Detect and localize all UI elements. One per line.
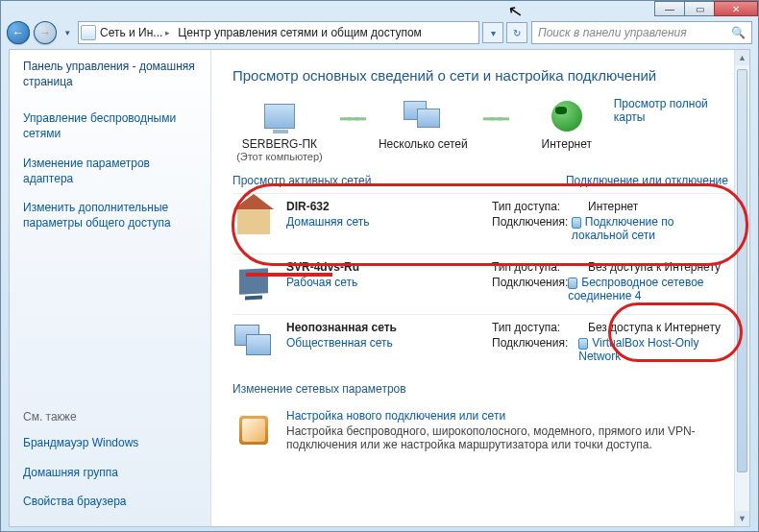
maximize-button[interactable]: ▭ [684,1,715,16]
page-title: Просмотр основных сведений о сети и наст… [233,67,728,84]
connect-disconnect-link[interactable]: Подключение или отключение [566,174,728,187]
home-network-icon [237,207,270,234]
main-panel: Просмотр основных сведений о сети и наст… [211,50,749,526]
breadcrumb-level-2[interactable]: Центр управления сетями и общим доступом [174,26,426,39]
overview-internet: Интернет [520,97,614,151]
close-button[interactable]: ✕ [714,1,758,16]
access-type-value: Без доступа к Интернету [588,260,721,274]
overview-pc-name: SERBERG-ПК [233,137,327,151]
sidebar-link-firewall[interactable]: Брандмауэр Windows [23,435,197,450]
access-type-label: Тип доступа: [492,260,588,274]
scroll-up-button[interactable]: ▲ [735,50,749,65]
titlebar: — ▭ ✕ [1,1,758,18]
access-type-value: Без доступа к Интернету [588,321,721,334]
back-button[interactable]: ← [7,21,30,44]
sidebar: Панель управления - домашняя страница Уп… [10,50,211,526]
see-also-label: См. также [23,410,197,423]
sidebar-link-homegroup[interactable]: Домашняя группа [23,465,197,480]
content-area: Панель управления - домашняя страница Уп… [9,49,750,527]
sidebar-link-wireless[interactable]: Управление беспроводными сетями [23,110,197,141]
connection-link[interactable]: VirtualBox Host-Only Network [578,336,728,363]
new-connection-icon [239,416,268,445]
access-type-label: Тип доступа: [492,200,588,213]
connection-link[interactable]: Беспроводное сетевое соединение 4 [568,276,728,302]
connection-link[interactable]: Подключение по локальной сети [572,215,728,242]
access-type-label: Тип доступа: [492,321,588,334]
network-type-link[interactable]: Общественная сеть [286,336,393,350]
connections-label: Подключения: [492,336,578,363]
search-input[interactable]: Поиск в панели управления 🔍 [531,21,752,44]
adapter-icon [578,338,588,350]
chevron-right-icon: ▸ [165,28,170,37]
adapter-icon [568,278,577,289]
search-icon: 🔍 [731,26,746,39]
active-networks-label: Просмотр активных сетей [233,174,371,187]
work-network-icon [239,268,268,295]
overview-multi-net: Несколько сетей [376,97,470,151]
globe-icon [551,101,582,132]
network-name: Неопознанная сеть [286,321,397,334]
window: — ▭ ✕ ← → ▾ Сеть и Ин... ▸ Центр управле… [0,0,759,532]
access-type-value: Интернет [588,200,638,213]
forward-button[interactable]: → [34,21,57,44]
address-bar[interactable]: Сеть и Ин... ▸ Центр управления сетями и… [78,21,479,44]
minimize-button[interactable]: — [654,1,685,16]
scroll-down-button[interactable]: ▼ [735,511,749,526]
connections-label: Подключения: [492,276,568,302]
network-overview: SERBERG-ПК (Этот компьютер) ━━━ Нескольк… [233,97,728,162]
breadcrumb-label: Сеть и Ин... [100,26,162,39]
connections-label: Подключения: [492,215,572,242]
nav-history-dropdown[interactable]: ▾ [61,23,74,42]
arrow-icon: ━━━ [327,97,377,141]
search-placeholder: Поиск в панели управления [538,26,687,39]
scroll-thumb[interactable] [737,69,747,472]
overview-internet-label: Интернет [520,137,614,151]
network-type-link[interactable]: Рабочая сеть [286,276,357,289]
breadcrumb-label: Центр управления сетями и общим доступом [178,26,422,39]
network-row: DIR-632 Домашняя сеть Тип доступа:Интерн… [233,193,728,254]
network-type-link[interactable]: Домашняя сеть [286,215,369,229]
public-network-icon [234,325,273,359]
sidebar-link-browser[interactable]: Свойства браузера [23,494,197,509]
overview-multi-label: Несколько сетей [376,137,470,151]
overview-pc-sub: (Этот компьютер) [233,151,327,162]
new-connection-desc: Настройка беспроводного, широкополосного… [286,424,728,451]
scrollbar[interactable]: ▲ ▼ [734,50,749,526]
network-name: DIR-632 [286,200,369,213]
pc-icon [264,104,295,129]
network-name: SVR-4dvs-Ru [286,260,359,274]
sidebar-title[interactable]: Панель управления - домашняя страница [23,60,197,89]
network-row: SVR-4dvs-Ru Рабочая сеть Тип доступа:Без… [233,254,728,314]
view-full-map-link[interactable]: Просмотр полной карты [614,97,728,124]
sidebar-link-sharing[interactable]: Изменить дополнительные параметры общего… [23,200,197,230]
adapter-icon [572,217,581,229]
active-networks-header: Просмотр активных сетей Подключение или … [233,174,728,187]
arrow-icon: ━━━ [470,97,520,141]
sidebar-link-adapter[interactable]: Изменение параметров адаптера [23,156,197,186]
control-panel-icon [81,25,96,40]
new-connection-link[interactable]: Настройка нового подключения или сети [286,409,728,423]
network-row: Неопознанная сеть Общественная сеть Тип … [233,314,728,375]
settings-row-new-connection: Настройка нового подключения или сети На… [233,401,728,459]
multi-pc-icon [404,101,442,132]
change-settings-header: Изменение сетевых параметров [233,382,728,396]
navbar: ← → ▾ Сеть и Ин... ▸ Центр управления се… [1,18,758,47]
address-dropdown-button[interactable]: ▾ [482,22,503,43]
overview-this-pc: SERBERG-ПК (Этот компьютер) [233,97,327,162]
breadcrumb-level-1[interactable]: Сеть и Ин... ▸ [96,26,174,39]
refresh-button[interactable]: ↻ [506,22,527,43]
